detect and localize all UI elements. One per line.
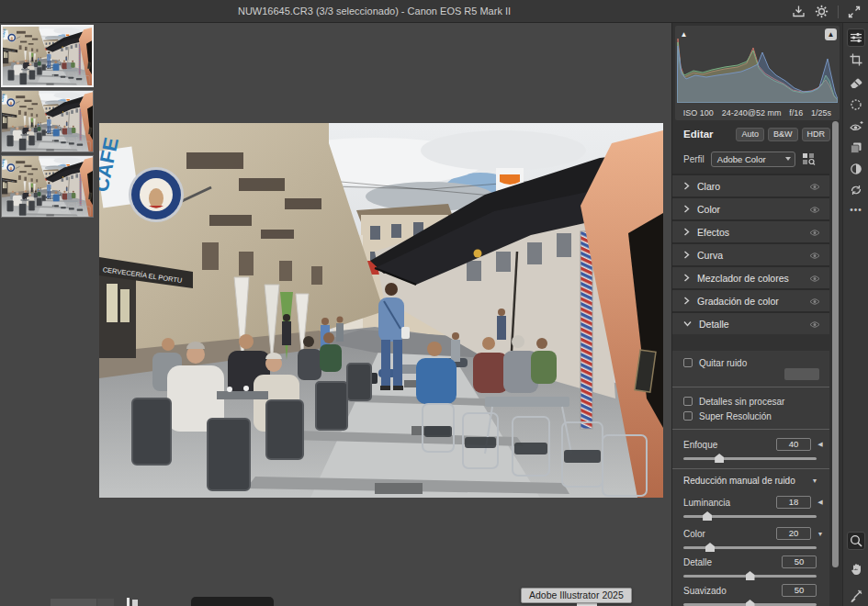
sync-tool-button[interactable] <box>847 181 865 199</box>
section-efectos[interactable]: Efectos <box>672 219 829 242</box>
ellipsis-icon: ••• <box>850 205 862 215</box>
dock-item[interactable] <box>132 600 138 606</box>
luminancia-value[interactable]: 18 <box>776 496 811 509</box>
masking-icon <box>850 98 862 111</box>
collapse-down-icon[interactable]: ▼ <box>815 531 826 537</box>
section-list: Claro Color Efectos Curva Mezclador de c <box>672 174 829 334</box>
detalle-slider-thumb[interactable] <box>746 571 755 580</box>
profile-select[interactable]: Adobe Color <box>711 152 795 167</box>
collapse-left-icon[interactable]: ◀ <box>815 441 826 448</box>
filmstrip-thumbnail-1[interactable] <box>1 25 94 87</box>
eye-icon[interactable] <box>809 320 820 329</box>
zoom-tool-button[interactable] <box>847 532 865 550</box>
eye-icon[interactable] <box>809 252 820 260</box>
quitar-ruido-checkbox[interactable] <box>683 358 693 367</box>
dock-tooltip: Adobe Illustrator 2025 <box>521 588 632 603</box>
suavizado-slider-thumb[interactable] <box>746 600 755 606</box>
luminancia-slider-thumb[interactable] <box>703 511 712 521</box>
section-gradacion[interactable]: Gradación de color <box>672 288 829 311</box>
more-tools-button[interactable]: ••• <box>847 200 865 219</box>
dock-item[interactable] <box>51 599 96 606</box>
heal-eraser-icon <box>850 77 862 89</box>
eye-icon[interactable] <box>809 206 820 214</box>
dock-item[interactable] <box>97 599 114 606</box>
detalle-slider[interactable] <box>683 575 817 578</box>
detalle-value[interactable]: 50 <box>782 556 817 568</box>
collapse-down-icon[interactable]: ▼ <box>809 477 820 484</box>
eye-icon[interactable] <box>809 183 820 191</box>
chevron-right-icon <box>683 274 690 282</box>
color-label: Color <box>683 529 776 539</box>
section-mezclador[interactable]: Mezclador de colores <box>672 265 829 288</box>
presets-tool-button[interactable] <box>847 139 865 157</box>
shutter-value: 1/25s <box>811 108 831 118</box>
browse-profiles-icon[interactable] <box>802 152 816 165</box>
red-eye-icon <box>850 120 863 132</box>
chevron-right-icon <box>683 182 690 190</box>
panel-scrollbar[interactable] <box>832 121 839 567</box>
masking-tool-button[interactable] <box>847 95 865 114</box>
enfoque-value[interactable]: 40 <box>776 438 811 451</box>
sync-arrows-icon <box>850 184 862 196</box>
profile-value: Adobe Color <box>717 154 766 164</box>
detalles-sin-procesar-label: Detalles sin procesar <box>699 397 784 407</box>
enfoque-slider-thumb[interactable] <box>715 454 724 463</box>
iso-value: ISO 100 <box>683 108 714 118</box>
color-value[interactable]: 20 <box>776 527 811 540</box>
red-eye-tool-button[interactable] <box>847 117 865 135</box>
white-balance-tool-button[interactable] <box>847 587 865 605</box>
detalles-sin-procesar-checkbox[interactable] <box>683 397 693 406</box>
luminancia-slider[interactable] <box>683 515 817 518</box>
eye-icon[interactable] <box>809 297 820 306</box>
fullscreen-icon[interactable] <box>848 6 861 18</box>
half-circle-icon <box>850 163 862 175</box>
section-detalle[interactable]: Detalle <box>672 311 829 334</box>
titlebar: NUW16645.CR3 (3/3 seleccionado) - Canon … <box>0 0 868 23</box>
window-title: NUW16645.CR3 (3/3 seleccionado) - Canon … <box>0 0 749 23</box>
eye-icon[interactable] <box>809 229 820 237</box>
dock-item[interactable] <box>191 597 274 606</box>
bw-button[interactable]: B&W <box>768 128 798 141</box>
section-color[interactable]: Color <box>672 196 829 219</box>
filmstrip <box>0 24 96 220</box>
settings-gear-icon[interactable] <box>815 5 829 18</box>
edit-panel: ▲ ▲ ISO 100 24-240@52 mm f/16 1/25s Edit… <box>671 23 842 606</box>
highlight-clipping-icon[interactable]: ▲ <box>825 28 837 40</box>
dock-item[interactable] <box>127 598 130 606</box>
manual-noise-header: Reducción manual de ruido <box>683 476 809 486</box>
filmstrip-thumbnail-2[interactable] <box>1 90 94 152</box>
profile-label: Perfil <box>683 154 705 164</box>
chevron-down-icon <box>683 320 692 327</box>
auto-button[interactable]: Auto <box>736 128 764 141</box>
chevron-down-icon <box>785 157 791 161</box>
color-slider-thumb[interactable] <box>705 543 715 552</box>
suavizado-value[interactable]: 50 <box>782 584 817 597</box>
enfoque-slider[interactable] <box>683 457 817 460</box>
hdr-button[interactable]: HDR <box>802 128 831 141</box>
eye-icon[interactable] <box>809 275 820 283</box>
tool-rail: ••• <box>842 23 868 606</box>
snapshots-tool-button[interactable] <box>847 160 865 178</box>
super-resolucion-label: Super Resolución <box>699 411 772 421</box>
color-slider[interactable] <box>683 546 817 549</box>
chevron-right-icon <box>683 297 690 305</box>
detalle-label: Detalle <box>683 557 782 567</box>
crop-tool-button[interactable] <box>847 50 865 69</box>
titlebar-separator <box>838 6 839 18</box>
presets-layers-icon <box>850 141 862 154</box>
main-photo[interactable] <box>99 123 663 498</box>
super-resolucion-checkbox[interactable] <box>683 411 693 421</box>
hand-tool-button[interactable] <box>847 560 865 578</box>
shadow-clipping-icon[interactable]: ▲ <box>678 28 690 40</box>
collapse-left-icon[interactable]: ◀ <box>815 499 826 506</box>
section-curva[interactable]: Curva <box>672 242 829 265</box>
edit-tool-button[interactable] <box>847 28 865 47</box>
section-claro[interactable]: Claro <box>672 174 829 196</box>
crop-icon <box>850 53 862 66</box>
histogram[interactable]: ▲ ▲ ISO 100 24-240@52 mm f/16 1/25s <box>675 26 840 120</box>
export-icon[interactable] <box>792 5 806 18</box>
quitar-ruido-label: Quitar ruido <box>699 358 747 368</box>
camera-info: ISO 100 24-240@52 mm f/16 1/25s <box>675 108 840 118</box>
filmstrip-thumbnail-3[interactable] <box>1 155 94 218</box>
heal-tool-button[interactable] <box>847 73 865 92</box>
